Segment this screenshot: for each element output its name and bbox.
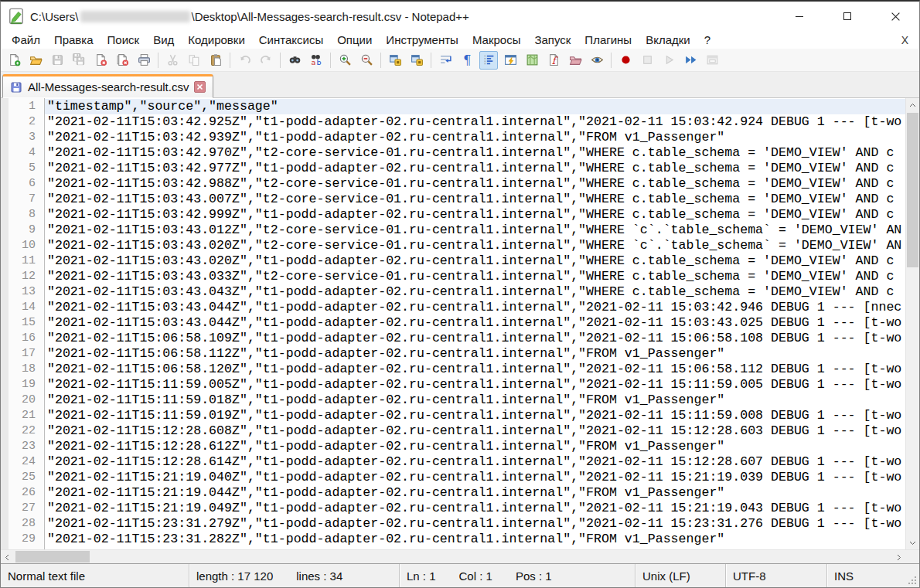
- sync-scroll-vertical-button[interactable]: [386, 51, 404, 70]
- editor-line-17[interactable]: "2021-02-11T15:06:58.112Z","t1-podd-adap…: [47, 346, 905, 362]
- editor-line-16[interactable]: "2021-02-11T15:06:58.109Z","t1-podd-adap…: [47, 331, 905, 346]
- editor-line-28[interactable]: "2021-02-11T15:23:31.279Z","t1-podd-adap…: [47, 516, 905, 532]
- menu-item-плагины[interactable]: Плагины: [578, 32, 639, 48]
- tab-all-messages-search-result[interactable]: All-Messages-search-result.csv: [2, 74, 213, 98]
- menu-item-синтаксисы[interactable]: Синтаксисы: [252, 32, 330, 48]
- macro-stop-button[interactable]: [638, 51, 656, 70]
- editor-line-4[interactable]: "2021-02-11T15:03:42.970Z","t2-core-serv…: [47, 145, 905, 161]
- tab-close-button[interactable]: [194, 81, 206, 93]
- folder-as-workspace-button[interactable]: [566, 51, 584, 70]
- editor-line-12[interactable]: "2021-02-11T15:03:43.033Z","t2-core-serv…: [47, 269, 905, 284]
- status-doc-type: Normal text file: [1, 564, 189, 587]
- editor-line-19[interactable]: "2021-02-11T15:11:59.005Z","t1-podd-adap…: [47, 377, 905, 393]
- menu-item-файл[interactable]: Файл: [5, 32, 47, 48]
- macro-run-multiple-button[interactable]: [681, 51, 700, 70]
- macro-play-button[interactable]: [659, 51, 678, 70]
- menu-item-вкладки[interactable]: Вкладки: [639, 32, 697, 48]
- editor-line-9[interactable]: "2021-02-11T15:03:43.012Z","t2-core-serv…: [47, 223, 905, 238]
- menu-item-правка[interactable]: Правка: [47, 32, 101, 48]
- editor-line-21[interactable]: "2021-02-11T15:11:59.019Z","t1-podd-adap…: [47, 408, 905, 423]
- scroll-up-arrow[interactable]: [906, 98, 918, 111]
- status-insert-mode[interactable]: INS: [826, 564, 919, 587]
- menu-item-?[interactable]: ?: [697, 32, 717, 48]
- line-number: 21: [1, 408, 44, 423]
- monitoring-button[interactable]: [588, 51, 606, 70]
- menubar-close-document-button[interactable]: X: [891, 34, 919, 46]
- find-button[interactable]: [285, 51, 304, 70]
- editor-line-6[interactable]: "2021-02-11T15:03:42.988Z","t2-core-serv…: [47, 176, 905, 192]
- editor-line-8[interactable]: "2021-02-11T15:03:42.999Z","t1-podd-adap…: [47, 207, 905, 223]
- editor-line-13[interactable]: "2021-02-11T15:03:43.043Z","t1-podd-adap…: [47, 284, 905, 300]
- menu-item-макросы[interactable]: Макросы: [465, 32, 528, 48]
- user-defined-dialog-button[interactable]: [501, 51, 520, 70]
- line-number-margin[interactable]: 1234567891011121314151617181920212223242…: [1, 98, 45, 549]
- editor-line-24[interactable]: "2021-02-11T15:12:28.614Z","t1-podd-adap…: [47, 454, 905, 470]
- editor-line-5[interactable]: "2021-02-11T15:03:42.977Z","t1-podd-adap…: [47, 161, 905, 176]
- menu-item-вид[interactable]: Вид: [146, 32, 181, 48]
- tab-label: All-Messages-search-result.csv: [28, 80, 189, 93]
- open-file-button[interactable]: [26, 51, 45, 70]
- function-list-button[interactable]: f: [544, 51, 563, 70]
- document-map-button[interactable]: [523, 51, 541, 70]
- close-all-button[interactable]: [113, 51, 131, 70]
- close-file-button[interactable]: [91, 51, 110, 70]
- new-file-button[interactable]: [5, 51, 23, 70]
- editor-line-1[interactable]: "timestamp","source","message": [45, 99, 905, 114]
- show-all-characters-icon: ¶: [461, 53, 474, 66]
- scroll-right-arrow[interactable]: [893, 550, 905, 564]
- title-bar: C:\Users\\Desktop\All-Messages-search-re…: [1, 2, 919, 31]
- close-button[interactable]: [871, 2, 919, 31]
- scrollbar-corner: [905, 550, 919, 563]
- editor-line-2[interactable]: "2021-02-11T15:03:42.925Z","t1-podd-adap…: [47, 114, 905, 130]
- macro-record-button[interactable]: [616, 51, 635, 70]
- editor-line-3[interactable]: "2021-02-11T15:03:42.939Z","t1-podd-adap…: [47, 130, 905, 145]
- replace-button[interactable]: ab: [307, 51, 325, 70]
- editor-line-20[interactable]: "2021-02-11T15:11:59.018Z","t1-podd-adap…: [47, 393, 905, 408]
- undo-icon: [238, 53, 251, 66]
- scroll-down-arrow[interactable]: [906, 536, 918, 549]
- editor-line-14[interactable]: "2021-02-11T15:03:43.044Z","t1-podd-adap…: [47, 300, 905, 315]
- editor-line-7[interactable]: "2021-02-11T15:03:43.007Z","t2-core-serv…: [47, 192, 905, 207]
- undo-button[interactable]: [235, 51, 254, 70]
- menu-item-инструменты[interactable]: Инструменты: [379, 32, 465, 48]
- menu-item-кодировки[interactable]: Кодировки: [181, 32, 251, 48]
- editor-line-18[interactable]: "2021-02-11T15:06:58.120Z","t1-podd-adap…: [47, 362, 905, 377]
- macro-save-button[interactable]: [703, 51, 721, 70]
- minimize-button[interactable]: [775, 2, 823, 31]
- horizontal-scroll-thumb[interactable]: [15, 551, 90, 563]
- save-all-button[interactable]: [70, 51, 88, 70]
- menu-item-опции[interactable]: Опции: [330, 32, 379, 48]
- save-all-icon: [73, 53, 86, 66]
- editor-line-15[interactable]: "2021-02-11T15:03:43.044Z","t1-podd-adap…: [47, 315, 905, 331]
- vertical-scrollbar[interactable]: [905, 98, 919, 549]
- editor-line-10[interactable]: "2021-02-11T15:03:43.020Z","t2-core-serv…: [47, 238, 905, 253]
- line-number: 25: [1, 470, 44, 485]
- editor-line-25[interactable]: "2021-02-11T15:21:19.040Z","t1-podd-adap…: [47, 470, 905, 485]
- save-button[interactable]: [48, 51, 66, 70]
- editor-line-22[interactable]: "2021-02-11T15:12:28.608Z","t1-podd-adap…: [47, 423, 905, 439]
- show-indent-guide-button[interactable]: [479, 51, 498, 70]
- resize-grip-icon[interactable]: [908, 576, 918, 586]
- zoom-in-button[interactable]: [336, 51, 354, 70]
- show-all-characters-button[interactable]: ¶: [458, 51, 476, 70]
- text-content[interactable]: "timestamp","source","message""2021-02-1…: [45, 98, 905, 549]
- scroll-left-arrow[interactable]: [1, 550, 13, 564]
- horizontal-scrollbar[interactable]: [1, 550, 905, 563]
- word-wrap-button[interactable]: [436, 51, 455, 70]
- zoom-out-button[interactable]: [357, 51, 376, 70]
- redo-button[interactable]: [257, 51, 275, 70]
- editor-line-27[interactable]: "2021-02-11T15:21:19.049Z","t1-podd-adap…: [47, 501, 905, 516]
- paste-button[interactable]: [206, 51, 225, 70]
- print-button[interactable]: [135, 51, 153, 70]
- editor-line-26[interactable]: "2021-02-11T15:21:19.044Z","t1-podd-adap…: [47, 485, 905, 501]
- menu-item-поиск[interactable]: Поиск: [101, 32, 147, 48]
- sync-scroll-horizontal-button[interactable]: [407, 51, 426, 70]
- editor-line-11[interactable]: "2021-02-11T15:03:43.020Z","t1-podd-adap…: [47, 253, 905, 269]
- cut-button[interactable]: [163, 51, 182, 70]
- editor-line-29[interactable]: "2021-02-11T15:23:31.282Z","t1-podd-adap…: [47, 532, 905, 547]
- menu-item-запуск[interactable]: Запуск: [527, 32, 578, 48]
- copy-button[interactable]: [185, 51, 203, 70]
- editor-line-23[interactable]: "2021-02-11T15:12:28.612Z","t1-podd-adap…: [47, 439, 905, 454]
- vertical-scroll-thumb[interactable]: [907, 113, 918, 267]
- maximize-button[interactable]: [823, 2, 871, 31]
